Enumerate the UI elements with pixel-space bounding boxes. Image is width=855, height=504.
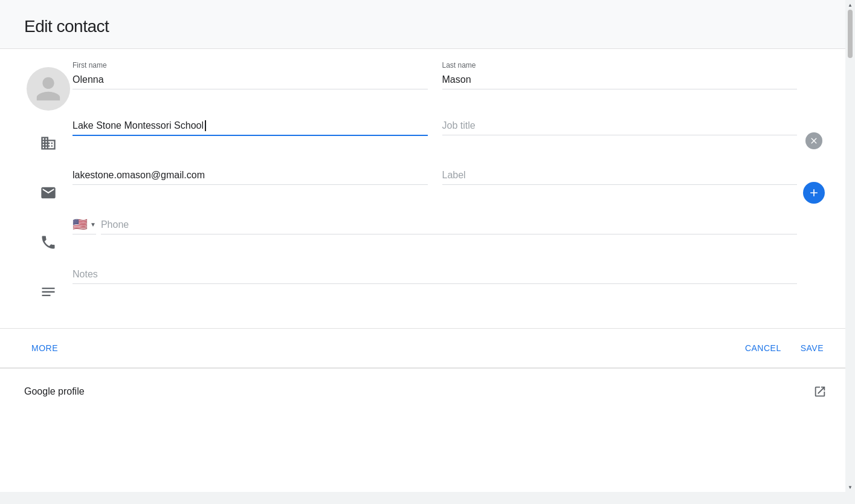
- email-row-action: [797, 167, 831, 204]
- dialog-body: First name Last name: [0, 49, 855, 328]
- email-icon: [40, 184, 57, 201]
- company-row: Lake Stone Montessori School: [24, 118, 831, 160]
- google-profile-title: Google profile: [24, 386, 85, 397]
- add-email-button[interactable]: [803, 182, 825, 204]
- email-icon-area: [24, 167, 73, 201]
- phone-fields: 🇺🇸 ▼: [73, 217, 797, 234]
- phone-icon: [40, 234, 57, 251]
- phone-row: 🇺🇸 ▼: [24, 217, 831, 259]
- company-group: Lake Stone Montessori School: [73, 118, 428, 136]
- company-row-action: [797, 118, 831, 149]
- scroll-down-button[interactable]: ▼: [845, 482, 855, 492]
- external-link-icon: [813, 385, 827, 398]
- more-button[interactable]: MORE: [24, 338, 65, 358]
- phone-icon-area: [24, 217, 73, 251]
- job-title-input[interactable]: [442, 118, 798, 135]
- dialog-header: Edit contact: [0, 0, 855, 49]
- email-input[interactable]: [73, 167, 428, 185]
- clear-company-button[interactable]: [805, 132, 822, 149]
- us-flag: 🇺🇸: [73, 218, 88, 230]
- job-title-group: [442, 118, 798, 135]
- email-fields: [73, 167, 797, 185]
- dialog-title: Edit contact: [24, 17, 831, 36]
- scroll-track[interactable]: [848, 10, 853, 482]
- external-link-button[interactable]: [809, 381, 831, 402]
- phone-input[interactable]: [101, 217, 797, 234]
- scroll-thumb: [848, 10, 853, 58]
- company-text: Lake Stone Montessori School: [73, 120, 204, 131]
- last-name-group: Last name: [442, 61, 798, 89]
- scrollbar: ▲ ▼: [845, 0, 855, 492]
- avatar[interactable]: [27, 67, 70, 111]
- label-group: [442, 167, 798, 185]
- first-name-label: First name: [73, 61, 428, 69]
- scroll-up-button[interactable]: ▲: [845, 0, 855, 10]
- name-row: First name Last name: [24, 61, 831, 111]
- email-group: [73, 167, 428, 185]
- notes-field-area: [73, 267, 797, 284]
- email-row: [24, 167, 831, 210]
- avatar-area: [24, 61, 73, 111]
- name-fields: First name Last name: [73, 61, 797, 89]
- company-icon-area: [24, 118, 73, 152]
- notes-icon: [40, 283, 57, 300]
- save-button[interactable]: SAVE: [793, 338, 831, 358]
- company-icon: [40, 135, 57, 152]
- first-name-group: First name: [73, 61, 428, 89]
- cancel-button[interactable]: CANCEL: [738, 338, 789, 358]
- footer-right-actions: CANCEL SAVE: [738, 338, 831, 358]
- country-flag-dropdown[interactable]: 🇺🇸 ▼: [73, 218, 96, 234]
- last-name-input[interactable]: [442, 72, 798, 89]
- text-cursor: [205, 120, 206, 131]
- dialog-footer: MORE CANCEL SAVE: [0, 328, 855, 367]
- last-name-label: Last name: [442, 61, 798, 69]
- first-name-input[interactable]: [73, 72, 428, 89]
- google-profile-section: Google profile: [0, 367, 855, 415]
- flag-dropdown-arrow: ▼: [90, 221, 96, 228]
- company-input-wrapper[interactable]: Lake Stone Montessori School: [73, 118, 428, 136]
- notes-icon-area: [24, 267, 73, 300]
- company-fields: Lake Stone Montessori School: [73, 118, 797, 136]
- email-label-input[interactable]: [442, 167, 798, 185]
- notes-input[interactable]: [73, 267, 797, 284]
- notes-row: [24, 267, 831, 309]
